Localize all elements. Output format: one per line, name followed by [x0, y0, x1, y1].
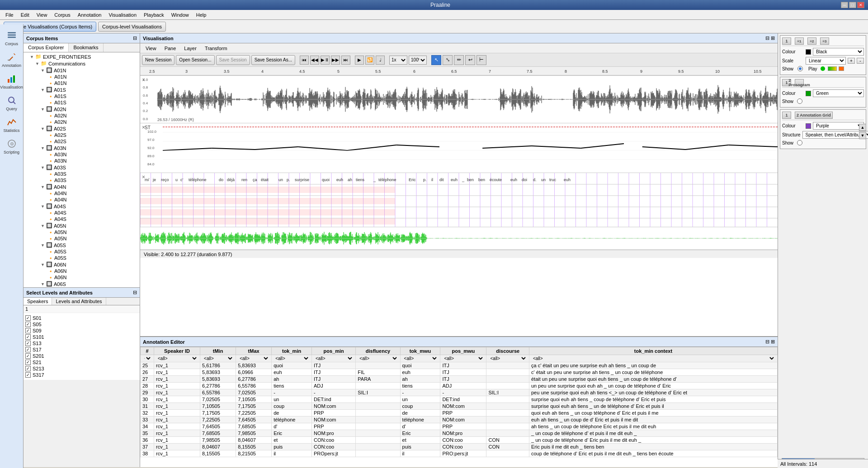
- filter-tokmwu[interactable]: <all>: [400, 355, 440, 362]
- prosogram-tab-2[interactable]: 2 Prosogram: [795, 79, 804, 86]
- waveform-tab-2[interactable]: ≡2: [807, 37, 816, 45]
- table-row[interactable]: 33 rcv_1 7,22505 7,64505 téléphone NOM:c…: [141, 417, 778, 423]
- tab-corpus-explorer[interactable]: Corpus Explorer: [24, 43, 69, 52]
- show-radio[interactable]: [797, 66, 803, 71]
- scroll-down-btn[interactable]: ▼: [859, 132, 866, 139]
- filter-disfluency[interactable]: <all>: [356, 355, 400, 362]
- ann-table-container[interactable]: # Speaker ID tMin tMax tok_min pos_min d…: [140, 347, 778, 467]
- waveform-canvas-2[interactable]: [140, 227, 778, 249]
- vis-menu-layer[interactable]: Layer: [180, 45, 200, 52]
- tree-a01s-c1[interactable]: 🔸 A01S: [24, 93, 139, 99]
- tree-a05s[interactable]: ▼ 🔲 A05S: [24, 242, 139, 248]
- scale-select[interactable]: Linear: [806, 57, 846, 65]
- table-row[interactable]: 31 rcv_1 7,10505 7,17505 coup NOM:com co…: [141, 403, 778, 410]
- tree-a02s-c2[interactable]: 🔸 A02S: [24, 138, 139, 145]
- speaker-s101-checkbox[interactable]: [25, 334, 31, 340]
- tree-a04s-c2[interactable]: 🔸 A04S: [24, 216, 139, 222]
- scale-up-btn[interactable]: +: [848, 58, 855, 64]
- tree-a04s[interactable]: ▼ 🔲 A04S: [24, 203, 139, 210]
- tree-a02n-c2[interactable]: 🔸 A02N: [24, 119, 139, 125]
- waveform-tab-ruler[interactable]: ≡1: [795, 37, 804, 45]
- menu-annotation[interactable]: Annotation: [74, 11, 105, 19]
- playback-to-start[interactable]: ⏮: [300, 56, 309, 65]
- tree-a04n-c1[interactable]: 🔸 A04N: [24, 190, 139, 197]
- play-selection-btn[interactable]: ▶: [355, 56, 364, 65]
- tree-a02s-c1[interactable]: 🔸 A02S: [24, 132, 139, 138]
- anngrid-colour-select[interactable]: Purple: [813, 122, 864, 130]
- table-row[interactable]: 35 rcv_1 7,68505 7,98505 Eric NOM:pro Er…: [141, 430, 778, 437]
- vis-menu-pane[interactable]: Pane: [161, 45, 180, 52]
- speaker-s05-checkbox[interactable]: [25, 322, 31, 327]
- menu-window[interactable]: Window: [168, 11, 193, 19]
- vis-canvas[interactable]: 2.5 3 3.5 4 4.5 5 5.5 6 6.5 7 7.5 8 8.5 …: [140, 67, 778, 336]
- tree-a03n-c2[interactable]: 🔸 A03N: [24, 158, 139, 164]
- tree-a06s[interactable]: ▼ 🔲 A06S: [24, 281, 139, 287]
- menu-edit[interactable]: Edit: [17, 11, 33, 19]
- menu-playback[interactable]: Playback: [140, 11, 168, 19]
- filter-tmin[interactable]: <all>: [200, 355, 236, 362]
- waveform-tab-1[interactable]: 1: [782, 37, 791, 45]
- scale-down-btn[interactable]: -: [857, 58, 864, 64]
- playback-speed-select[interactable]: 1x: [389, 56, 407, 65]
- anngrid-show-radio[interactable]: [797, 140, 802, 145]
- corpus-icon-btn[interactable]: Corpus: [2, 28, 22, 48]
- menu-corpus[interactable]: Corpus: [51, 11, 74, 19]
- tree-a04s-c1[interactable]: 🔸 A04S: [24, 210, 139, 216]
- speaker-s13-checkbox[interactable]: [25, 341, 31, 346]
- playback-back[interactable]: ◀◀: [310, 56, 319, 65]
- table-row[interactable]: 29 rcv_1 6,55786 7,02505 - - SIL:I - - S…: [141, 389, 778, 396]
- vis-menu-transform[interactable]: Transform: [201, 45, 231, 52]
- tree-a04n[interactable]: ▼ 🔲 A04N: [24, 183, 139, 190]
- annotation-grid-close-x[interactable]: ×: [142, 174, 145, 180]
- tree-a05n-c2[interactable]: 🔸 A05N: [24, 235, 139, 242]
- draw-tool-btn[interactable]: ✏: [454, 55, 464, 65]
- menu-visualisation[interactable]: Visualisation: [105, 11, 140, 19]
- tab-bookmarks[interactable]: Bookmarks: [69, 43, 103, 52]
- tree-a06n-c2[interactable]: 🔸 A06N: [24, 274, 139, 281]
- prosogram-show-radio[interactable]: [797, 98, 802, 104]
- table-row[interactable]: 25 rcv_1 5,61786 5,83693 quoi ITJ quoi I…: [141, 362, 778, 369]
- tree-communications[interactable]: ▼ 📁 Communications: [24, 60, 139, 67]
- tree-a05s-c2[interactable]: 🔸 A05S: [24, 255, 139, 261]
- table-row[interactable]: 28 rcv_1 6,27786 6,55786 tiens ADJ tiens…: [141, 383, 778, 389]
- table-row[interactable]: 37 rcv_1 8,04607 8,15505 puis CON:coo pu…: [141, 444, 778, 450]
- measure-tool-btn[interactable]: ⊢: [476, 55, 486, 65]
- table-row[interactable]: 27 rcv_1 5,83693 6,27786 ah ITJ PARA ah …: [141, 376, 778, 383]
- speaker-s317-checkbox[interactable]: [25, 372, 31, 378]
- table-row[interactable]: 26 rcv_1 5,83693 6,0966 euh ITJ FIL euh …: [141, 369, 778, 376]
- tree-a03s[interactable]: ▼ 🔲 A03S: [24, 164, 139, 171]
- playback-forward[interactable]: ▶▶: [331, 56, 340, 65]
- tree-a06n-c1[interactable]: 🔸 A06N: [24, 268, 139, 274]
- tree-a03s-c1[interactable]: 🔸 A03S: [24, 171, 139, 177]
- table-row[interactable]: 34 rcv_1 7,64505 7,68505 d' PRP d' PRP a…: [141, 423, 778, 430]
- menu-view[interactable]: View: [33, 11, 51, 19]
- scripting-icon-btn[interactable]: ⚙ Scripting: [2, 136, 22, 156]
- corpus-vis-button[interactable]: Corpus-level Visualisations: [98, 22, 166, 32]
- zoom-tool-btn[interactable]: ⤡: [443, 55, 453, 65]
- table-row[interactable]: 36 rcv_1 7,98505 8,04607 et CON:coo et C…: [141, 437, 778, 444]
- scroll-up-btn[interactable]: ▲: [859, 124, 866, 131]
- tree-a05s-c1[interactable]: 🔸 A05S: [24, 248, 139, 255]
- metronome-btn[interactable]: ♩: [376, 56, 385, 65]
- tree-a03s-c2[interactable]: 🔸 A03S: [24, 177, 139, 183]
- colour-select[interactable]: Black: [813, 48, 864, 56]
- menu-file[interactable]: File: [2, 11, 17, 19]
- filter-discourse[interactable]: <all>: [486, 355, 529, 362]
- playback-vol-select[interactable]: 100%: [409, 56, 427, 65]
- table-row[interactable]: 38 rcv_1 8,15505 8,21505 il PROpers:jt i…: [141, 450, 778, 457]
- statistics-icon-btn[interactable]: Statistics: [2, 115, 22, 135]
- tree-a02n[interactable]: ▼ 🔲 A02N: [24, 106, 139, 112]
- menu-help[interactable]: Help: [193, 11, 210, 19]
- open-session-btn[interactable]: Open Session...: [176, 55, 214, 65]
- select-tool-btn[interactable]: ↖: [431, 55, 441, 65]
- tree-a02s[interactable]: ▼ 🔲 A02S: [24, 125, 139, 132]
- save-session-as-btn[interactable]: Save Session As...: [251, 55, 295, 65]
- tree-a01n-c1[interactable]: 🔸 A01N: [24, 74, 139, 80]
- maximize-button[interactable]: □: [849, 2, 856, 8]
- speaker-s01-checkbox[interactable]: [25, 315, 31, 321]
- prosogram-colour-select[interactable]: Green: [813, 89, 864, 97]
- tree-a03n[interactable]: ▼ 🔲 A03N: [24, 145, 139, 151]
- anngrid-tab-2[interactable]: 2 Annotation Grid: [795, 112, 833, 119]
- annotation-icon-btn[interactable]: Annotation: [2, 50, 22, 70]
- speaker-s201-checkbox[interactable]: [25, 353, 31, 359]
